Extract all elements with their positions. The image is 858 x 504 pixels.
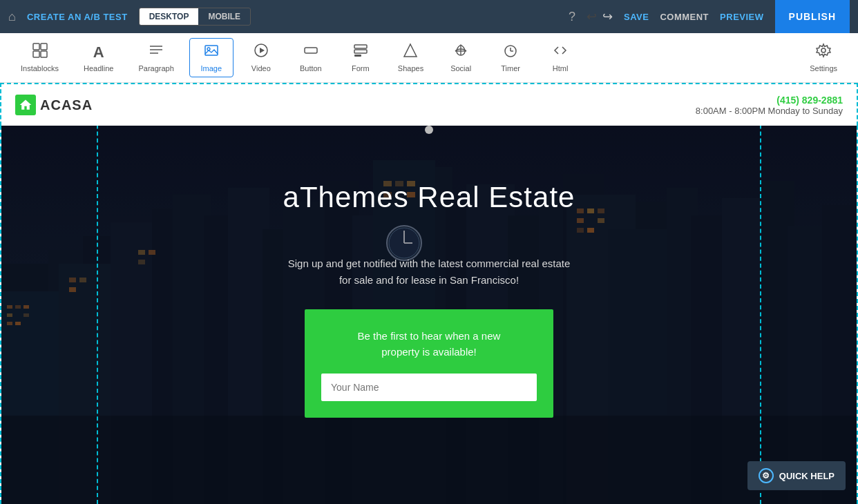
svg-rect-2 xyxy=(33,51,39,57)
header-phone: (415) 829-2881 xyxy=(696,95,843,106)
desktop-button[interactable]: DESKTOP xyxy=(140,8,199,25)
settings-icon xyxy=(816,43,831,61)
tool-form[interactable]: Form xyxy=(339,39,383,77)
tool-shapes-label: Shapes xyxy=(398,64,423,72)
logo-area: ACASA xyxy=(15,95,93,115)
undo-redo-area: ↩ ↪ xyxy=(587,9,613,24)
header-contact: (415) 829-2881 8:00AM - 8:00PM Monday to… xyxy=(696,95,843,116)
tool-video-label: Video xyxy=(251,64,271,72)
tool-html[interactable]: Html xyxy=(538,39,582,77)
home-icon[interactable]: ⌂ xyxy=(8,10,16,24)
tool-settings-label: Settings xyxy=(810,64,837,72)
svg-marker-10 xyxy=(260,48,265,53)
tool-settings[interactable]: Settings xyxy=(800,39,847,77)
undo-button[interactable]: ↩ xyxy=(587,9,597,24)
tool-button-label: Button xyxy=(300,64,322,72)
svg-rect-0 xyxy=(33,43,39,50)
form-icon xyxy=(353,43,368,61)
device-toggle: DESKTOP MOBILE xyxy=(139,8,251,26)
form-box-title: Be the first to hear when a newproperty … xyxy=(321,329,537,360)
tool-image-label: Image xyxy=(201,64,222,72)
tool-paragraph-label: Paragraph xyxy=(138,64,173,72)
save-button[interactable]: SAVE xyxy=(624,12,649,22)
svg-rect-12 xyxy=(354,45,367,48)
social-icon xyxy=(453,43,468,61)
svg-marker-15 xyxy=(404,44,417,57)
paragraph-icon xyxy=(149,43,164,61)
logo-text: ACASA xyxy=(40,97,93,113)
tool-shapes[interactable]: Shapes xyxy=(388,39,433,77)
redo-button[interactable]: ↪ xyxy=(602,9,613,24)
svg-rect-14 xyxy=(354,55,361,57)
hero-content: aThemes Real Estate Sign up and get noti… xyxy=(1,126,857,418)
tool-social[interactable]: Social xyxy=(439,39,483,77)
tool-social-label: Social xyxy=(450,64,471,72)
svg-rect-3 xyxy=(41,51,47,57)
tool-form-label: Form xyxy=(352,64,370,72)
quick-help-gear-icon: ⚙ xyxy=(759,468,774,483)
ab-test-button[interactable]: CREATE AN A/B TEST xyxy=(27,12,128,22)
publish-button[interactable]: PUBLISH xyxy=(775,0,850,33)
quick-help-button[interactable]: ⚙ QUICK HELP xyxy=(747,461,846,490)
signup-form-box: Be the first to hear when a newproperty … xyxy=(305,309,553,418)
header-hours: 8:00AM - 8:00PM Monday to Sunday xyxy=(696,106,843,116)
preview-button[interactable]: PREVIEW xyxy=(720,12,763,22)
tool-video[interactable]: Video xyxy=(239,39,283,77)
svg-rect-13 xyxy=(354,50,367,53)
tool-headline-label: Headline xyxy=(84,64,113,72)
tool-timer-label: Timer xyxy=(501,64,520,72)
hero-section: KEMPER aThemes Real Estate Sign up and g… xyxy=(0,126,858,504)
canvas-area: ACASA (415) 829-2881 8:00AM - 8:00PM Mon… xyxy=(0,83,858,504)
image-icon xyxy=(204,43,219,61)
comment-button[interactable]: COMMENT xyxy=(660,12,709,22)
hero-subtitle: Sign up and get notified with the latest… xyxy=(288,255,571,289)
svg-rect-11 xyxy=(305,48,317,53)
hero-title: aThemes Real Estate xyxy=(283,181,575,214)
site-header: ACASA (415) 829-2881 8:00AM - 8:00PM Mon… xyxy=(0,83,858,126)
element-toolbar: Instablocks A Headline Paragraph Image xyxy=(0,33,858,83)
tool-instablocks-label: Instablocks xyxy=(21,64,59,72)
tool-image[interactable]: Image xyxy=(189,38,233,77)
tool-button[interactable]: Button xyxy=(289,39,333,77)
top-navigation: ⌂ CREATE AN A/B TEST DESKTOP MOBILE ? ↩ … xyxy=(0,0,858,33)
headline-icon: A xyxy=(93,43,104,61)
svg-point-21 xyxy=(821,48,826,52)
svg-rect-7 xyxy=(205,46,218,55)
your-name-input[interactable] xyxy=(321,374,537,401)
svg-rect-1 xyxy=(41,43,47,50)
timer-icon xyxy=(503,43,518,61)
tool-headline[interactable]: A Headline xyxy=(74,39,123,77)
html-icon xyxy=(553,43,568,61)
tool-paragraph[interactable]: Paragraph xyxy=(128,39,183,77)
scroll-indicator xyxy=(425,126,433,134)
tool-html-label: Html xyxy=(553,64,569,72)
instablocks-icon xyxy=(32,43,48,61)
help-icon[interactable]: ? xyxy=(569,10,575,24)
mobile-button[interactable]: MOBILE xyxy=(198,8,250,25)
logo-icon xyxy=(15,95,36,115)
tool-instablocks[interactable]: Instablocks xyxy=(11,39,68,77)
shapes-icon xyxy=(403,43,418,61)
button-icon xyxy=(303,43,318,61)
tool-timer[interactable]: Timer xyxy=(488,39,533,77)
quick-help-label: QUICK HELP xyxy=(779,471,835,481)
video-icon xyxy=(254,43,269,61)
